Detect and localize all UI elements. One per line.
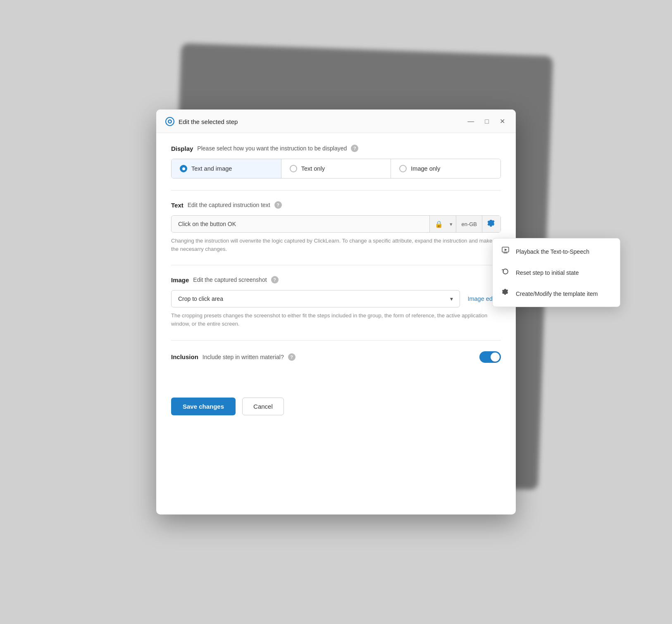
title-bar: Edit the selected step — □ ✕ (156, 110, 516, 133)
dropdown-item-playback[interactable]: Playback the Text-to-Speech (493, 241, 620, 262)
radio-label-text-image: Text and image (191, 165, 232, 172)
lock-icon: 🔒 (430, 220, 446, 228)
text-input-row: 🔒 ▾ en-GB (171, 215, 501, 233)
text-hint: Changing the instruction will overwrite … (171, 237, 501, 253)
gear-button[interactable]: Playback the Text-to-Speech Reset step t (482, 216, 500, 232)
dropdown-label-template: Create/Modify the template item (516, 291, 598, 297)
inclusion-description: Include step in written material? (203, 354, 284, 360)
template-gear-icon (501, 289, 510, 298)
divider-2 (171, 265, 501, 265)
radio-circle-text-image (180, 165, 187, 172)
svg-rect-5 (503, 253, 508, 254)
crop-chevron-icon: ▾ (450, 295, 453, 302)
inclusion-toggle[interactable] (479, 351, 501, 363)
display-section-header: Display Please select how you want the i… (171, 145, 501, 152)
svg-marker-4 (505, 249, 507, 251)
crop-select-row: Crop to click area ▾ Image editor (171, 290, 501, 307)
display-label: Display (171, 145, 193, 152)
divider-3 (171, 340, 501, 341)
crop-selected-value: Crop to click area (178, 295, 223, 302)
radio-text-only[interactable]: Text only (281, 159, 391, 178)
dropdown-label-playback: Playback the Text-to-Speech (516, 248, 589, 255)
dropdown-item-reset[interactable]: Reset step to initial state (493, 262, 620, 283)
radio-label-image-only: Image only (411, 165, 440, 172)
dialog-title: Edit the selected step (179, 118, 466, 125)
text-help-icon[interactable]: ? (274, 201, 282, 209)
image-section-header: Image Edit the captured screenshot ? (171, 276, 501, 283)
text-section-header: Text Edit the captured instruction text … (171, 201, 501, 209)
toggle-knob (491, 352, 500, 362)
text-description: Edit the captured instruction text (188, 202, 270, 208)
svg-point-2 (169, 121, 171, 123)
reset-icon (501, 268, 510, 277)
dialog-content: Display Please select how you want the i… (156, 133, 516, 388)
text-input-actions: 🔒 ▾ en-GB (429, 216, 500, 232)
image-description: Edit the captured screenshot (193, 276, 267, 283)
inclusion-section: Inclusion Include step in written materi… (171, 351, 501, 363)
display-section: Display Please select how you want the i… (171, 145, 501, 179)
image-hint: The cropping presets changes the screens… (171, 312, 501, 328)
maximize-button[interactable]: □ (483, 117, 491, 126)
text-label: Text (171, 202, 183, 209)
close-button[interactable]: ✕ (498, 117, 507, 126)
inclusion-label: Inclusion (171, 353, 198, 360)
crop-select-dropdown[interactable]: Crop to click area ▾ (171, 290, 460, 307)
minimize-button[interactable]: — (466, 117, 476, 126)
radio-image-only[interactable]: Image only (391, 159, 500, 178)
window-controls: — □ ✕ (466, 117, 507, 126)
app-icon (165, 117, 174, 126)
divider-1 (171, 190, 501, 191)
image-label: Image (171, 276, 189, 283)
radio-label-text-only: Text only (301, 165, 325, 172)
image-section: Image Edit the captured screenshot ? Cro… (171, 276, 501, 328)
text-section: Text Edit the captured instruction text … (171, 201, 501, 253)
playback-icon (501, 247, 510, 256)
radio-circle-text-only (290, 165, 297, 172)
language-selector[interactable]: en-GB (456, 216, 482, 232)
image-help-icon[interactable]: ? (271, 276, 279, 283)
dropdown-item-template[interactable]: Create/Modify the template item (493, 283, 620, 304)
cancel-button[interactable]: Cancel (242, 398, 284, 415)
radio-text-image[interactable]: Text and image (172, 159, 281, 178)
display-description: Please select how you want the instructi… (197, 145, 347, 152)
dropdown-label-reset: Reset step to initial state (516, 269, 579, 276)
gear-dropdown-menu: Playback the Text-to-Speech Reset step t (492, 238, 620, 307)
save-button[interactable]: Save changes (171, 398, 236, 415)
inclusion-row: Inclusion Include step in written materi… (171, 351, 501, 363)
display-radio-group: Text and image Text only Image only (171, 159, 501, 179)
inclusion-section-header: Inclusion Include step in written materi… (171, 353, 295, 361)
inclusion-help-icon[interactable]: ? (288, 353, 295, 361)
text-input[interactable] (172, 216, 429, 232)
lock-chevron-icon[interactable]: ▾ (446, 221, 456, 227)
radio-circle-image-only (399, 165, 407, 172)
edit-step-dialog: Edit the selected step — □ ✕ Display Ple… (156, 110, 516, 514)
display-help-icon[interactable]: ? (351, 145, 358, 152)
dialog-footer: Save changes Cancel (156, 388, 516, 430)
